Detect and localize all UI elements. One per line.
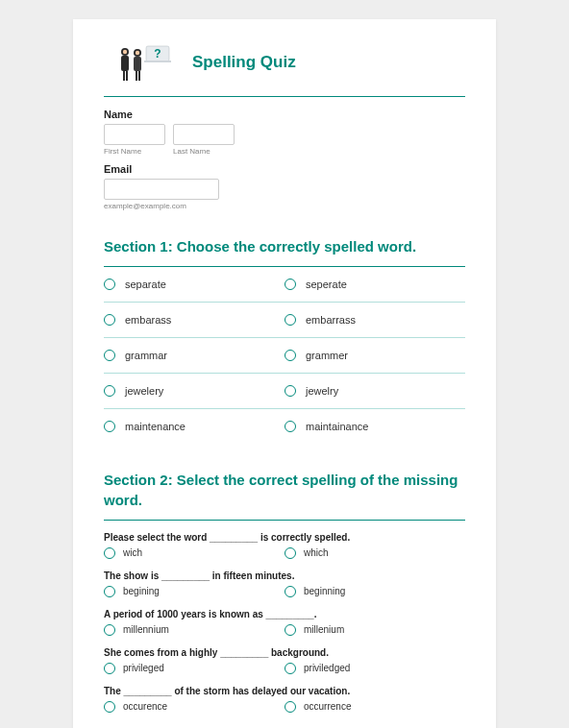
divider xyxy=(104,520,465,521)
radio-option[interactable]: begining xyxy=(104,586,284,597)
option-label: maintenance xyxy=(125,421,186,432)
option-label: which xyxy=(304,547,329,558)
radio-icon xyxy=(284,385,296,397)
section1-title: Section 1: Choose the correctly spelled … xyxy=(104,237,465,256)
option-label: maintainance xyxy=(306,421,368,432)
option-label: seperate xyxy=(306,279,347,290)
section2-title: Section 2: Select the correct spelling o… xyxy=(104,471,465,510)
radio-icon xyxy=(104,314,115,326)
radio-icon xyxy=(104,547,115,559)
radio-option[interactable]: grammar xyxy=(104,350,284,361)
first-name-input[interactable] xyxy=(104,124,165,145)
radio-option[interactable]: maintenance xyxy=(104,421,284,432)
option-label: grammar xyxy=(125,350,167,361)
svg-text:?: ? xyxy=(154,47,161,61)
svg-point-11 xyxy=(123,50,127,54)
radio-icon xyxy=(104,350,115,361)
radio-icon xyxy=(104,385,115,397)
first-name-sublabel: First Name xyxy=(104,147,165,156)
option-label: millenium xyxy=(304,624,344,635)
header: ? Spelling Quiz xyxy=(104,42,465,83)
option-label: occurrence xyxy=(304,701,351,712)
s1-question-row: jewelery jewelry xyxy=(104,373,465,408)
radio-option[interactable]: maintainance xyxy=(284,421,465,432)
s2-prompt: Please select the word _________ is corr… xyxy=(104,532,465,543)
radio-option[interactable]: privileged xyxy=(104,663,284,674)
s2-question: Please select the word _________ is corr… xyxy=(104,532,465,559)
page-title: Spelling Quiz xyxy=(192,53,296,72)
radio-icon xyxy=(284,547,296,559)
last-name-sublabel: Last Name xyxy=(173,147,235,156)
radio-option[interactable]: occurrence xyxy=(284,701,465,713)
radio-icon xyxy=(104,701,115,713)
s1-question-row: grammar grammer xyxy=(104,337,465,373)
svg-point-12 xyxy=(136,51,139,55)
s1-question-row: embarass embarrass xyxy=(104,302,465,337)
option-label: priviledged xyxy=(304,663,350,673)
name-row: First Name Last Name xyxy=(104,124,465,156)
radio-option[interactable]: grammer xyxy=(284,350,465,361)
radio-option[interactable]: which xyxy=(284,547,465,559)
option-label: privileged xyxy=(123,663,164,673)
radio-option[interactable]: embarrass xyxy=(284,314,465,326)
s2-prompt: The show is _________ in fifteen minutes… xyxy=(104,570,465,581)
svg-rect-10 xyxy=(138,71,140,81)
radio-icon xyxy=(104,663,115,674)
s1-question-row: separate seperate xyxy=(104,267,465,302)
radio-option[interactable]: seperate xyxy=(284,279,465,290)
s2-question: She comes from a highly _________ backgr… xyxy=(104,647,465,674)
svg-rect-6 xyxy=(126,71,128,81)
radio-option[interactable]: occurence xyxy=(104,701,284,713)
option-label: jewelry xyxy=(306,385,338,397)
s2-question: The show is _________ in fifteen minutes… xyxy=(104,570,465,597)
radio-option[interactable]: beginning xyxy=(284,586,465,597)
svg-rect-4 xyxy=(121,56,129,71)
email-label: Email xyxy=(104,163,465,175)
radio-icon xyxy=(284,421,296,432)
s2-question: A period of 1000 years is known as _____… xyxy=(104,609,465,636)
name-label: Name xyxy=(104,109,465,120)
s1-question-row: maintenance maintainance xyxy=(104,408,465,444)
radio-icon xyxy=(284,350,296,361)
radio-icon xyxy=(284,624,296,636)
radio-option[interactable]: embarass xyxy=(104,314,284,326)
radio-option[interactable]: millennium xyxy=(104,624,284,636)
option-label: grammer xyxy=(306,350,348,361)
radio-option[interactable]: jewelry xyxy=(284,385,465,397)
radio-icon xyxy=(284,663,296,674)
email-input[interactable] xyxy=(104,179,219,200)
divider xyxy=(104,96,465,97)
radio-option[interactable]: jewelery xyxy=(104,385,284,397)
s2-prompt: She comes from a highly _________ backgr… xyxy=(104,647,465,658)
form-card: ? Spelling Quiz Name First Name xyxy=(73,19,496,728)
radio-icon xyxy=(284,701,296,713)
option-label: jewelery xyxy=(125,385,163,397)
radio-icon xyxy=(104,421,115,432)
option-label: beginning xyxy=(304,586,345,596)
svg-rect-9 xyxy=(136,71,137,81)
svg-rect-1 xyxy=(144,61,171,62)
last-name-input[interactable] xyxy=(173,124,235,145)
option-label: separate xyxy=(125,279,166,290)
option-label: embarass xyxy=(125,314,171,326)
radio-icon xyxy=(104,279,115,290)
email-hint: example@example.com xyxy=(104,202,465,210)
s2-question: The _________ of the storm has delayed o… xyxy=(104,686,465,713)
option-label: occurence xyxy=(123,701,167,712)
header-illustration: ? xyxy=(113,42,175,83)
s2-prompt: The _________ of the storm has delayed o… xyxy=(104,686,465,696)
email-block: Email example@example.com xyxy=(104,163,465,210)
option-label: wich xyxy=(123,547,142,558)
radio-icon xyxy=(284,314,296,326)
radio-icon xyxy=(104,586,115,597)
s2-prompt: A period of 1000 years is known as _____… xyxy=(104,609,465,619)
radio-option[interactable]: wich xyxy=(104,547,284,559)
radio-icon xyxy=(104,624,115,636)
svg-rect-8 xyxy=(134,57,141,71)
radio-option[interactable]: priviledged xyxy=(284,663,465,674)
radio-icon xyxy=(284,279,296,290)
svg-rect-5 xyxy=(123,71,125,81)
radio-option[interactable]: separate xyxy=(104,279,284,290)
option-label: embarrass xyxy=(306,314,356,326)
radio-option[interactable]: millenium xyxy=(284,624,465,636)
